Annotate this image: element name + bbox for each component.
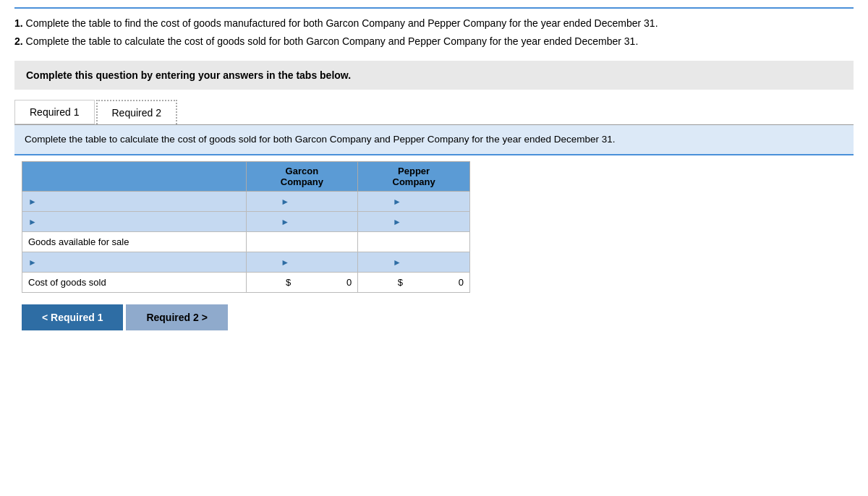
pepper-input-4[interactable] (406, 257, 464, 268)
row-pepper-input-cell: ► (358, 252, 470, 273)
pepper-cost-input[interactable] (406, 277, 464, 288)
pepper-dollar-sign: $ (398, 277, 403, 288)
pepper-goods-input[interactable] (406, 236, 464, 247)
instruction-1: 1. Complete the table to find the cost o… (14, 16, 854, 31)
row-pepper-input-cell: ► (358, 212, 470, 232)
instruction-number-1: 1. (14, 17, 23, 29)
goods-available-label: Goods available for sale (28, 236, 129, 247)
row-pepper-cost: $ (358, 273, 470, 293)
highlight-box: Complete this question by entering your … (14, 61, 854, 90)
col-header-garcon: GarconCompany (246, 162, 358, 192)
required-2-nav-label: Required 2 > (146, 312, 207, 323)
row-garcon-goods (246, 232, 358, 252)
required-1-nav-button[interactable]: < Required 1 (22, 304, 123, 330)
row-label: ► (22, 192, 247, 212)
main-table: GarconCompany PepperCompany ► ► (22, 161, 470, 293)
row-arrow: ► (28, 257, 37, 268)
row-garcon-input-cell: ► (246, 192, 358, 212)
row-arrow: ► (28, 217, 37, 227)
instruction-number-2: 2. (14, 35, 23, 47)
required-1-nav-label: < Required 1 (42, 312, 103, 323)
table-row: ► ► ► (22, 192, 470, 212)
main-table-wrapper: GarconCompany PepperCompany ► ► (14, 161, 854, 293)
page-container: 1. Complete the table to find the cost o… (0, 0, 868, 345)
garcon-input-2[interactable] (294, 216, 352, 227)
row-garcon-cost: $ (246, 273, 358, 293)
col-header-pepper: PepperCompany (358, 162, 470, 192)
row-pepper-goods (358, 232, 470, 252)
row-garcon-input-cell: ► (246, 212, 358, 232)
row-label-goods-available: Goods available for sale (22, 232, 247, 252)
row-label: ► (22, 212, 247, 232)
garcon-cost-input[interactable] (294, 277, 352, 288)
tab-required-2[interactable]: Required 2 (96, 100, 178, 124)
instruction-2: 2. Complete the table to calculate the c… (14, 34, 854, 49)
table-row: ► ► ► (22, 252, 470, 273)
tab-required-2-label: Required 2 (112, 107, 162, 119)
pepper-input-2[interactable] (406, 216, 464, 227)
row-arrow: ► (28, 197, 37, 207)
table-row-goods-available: Goods available for sale (22, 232, 470, 252)
row-garcon-arrow: ► (281, 197, 289, 207)
tab-content-text: Complete the table to calculate the cost… (25, 134, 615, 145)
row-pepper-arrow: ► (393, 257, 401, 268)
tab-required-1-label: Required 1 (30, 106, 80, 118)
table-row: ► ► ► (22, 212, 470, 232)
table-row-cost-of-goods: Cost of goods sold $ $ (22, 273, 470, 293)
row-garcon-input-cell: ► (246, 252, 358, 273)
tab-required-1[interactable]: Required 1 (14, 100, 95, 124)
bottom-nav: < Required 1 Required 2 > (22, 304, 854, 330)
row-pepper-arrow: ► (393, 217, 401, 227)
instructions: 1. Complete the table to find the cost o… (14, 16, 854, 49)
instruction-text-2: Complete the table to calculate the cost… (26, 35, 639, 47)
tab-content: Complete the table to calculate the cost… (14, 125, 854, 155)
col-header-label (22, 162, 247, 192)
table-header-row: GarconCompany PepperCompany (22, 162, 470, 192)
highlight-box-text: Complete this question by entering your … (26, 69, 351, 81)
garcon-dollar-sign: $ (286, 277, 291, 288)
row-label-cost-of-goods: Cost of goods sold (22, 273, 247, 293)
row-pepper-input-cell: ► (358, 192, 470, 212)
row-label: ► (22, 252, 247, 273)
tabs-container: Required 1 Required 2 (14, 100, 854, 125)
instruction-text-1: Complete the table to find the cost of g… (26, 17, 658, 29)
cost-of-goods-label: Cost of goods sold (28, 277, 106, 288)
top-border (14, 7, 854, 9)
garcon-input-4[interactable] (294, 257, 352, 268)
row-garcon-arrow: ► (281, 257, 289, 268)
pepper-input-1[interactable] (406, 196, 464, 207)
row-pepper-arrow: ► (393, 197, 401, 207)
garcon-goods-input[interactable] (294, 236, 352, 247)
required-2-nav-button[interactable]: Required 2 > (126, 304, 227, 330)
garcon-input-1[interactable] (294, 196, 352, 207)
row-garcon-arrow: ► (281, 217, 289, 227)
